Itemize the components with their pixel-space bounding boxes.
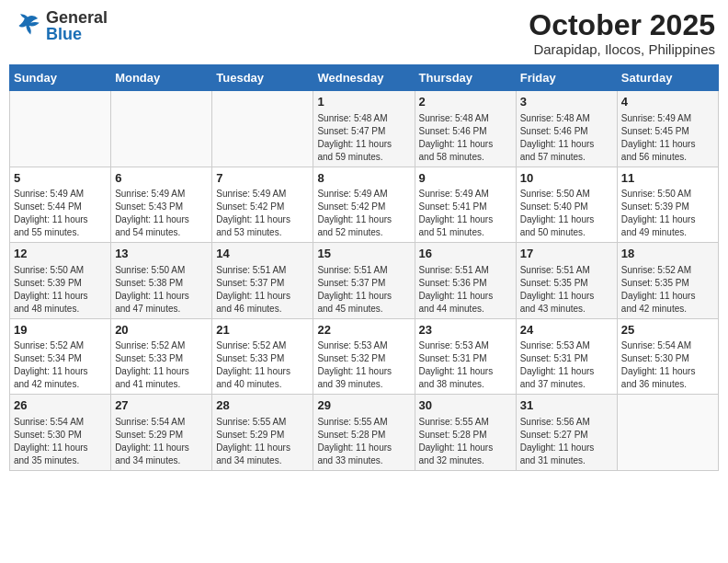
day-info: Sunrise: 5:49 AM Sunset: 5:42 PM Dayligh… <box>216 188 309 239</box>
day-number: 2 <box>419 94 512 110</box>
calendar-cell: 17Sunrise: 5:51 AM Sunset: 5:35 PM Dayli… <box>516 243 617 319</box>
day-info: Sunrise: 5:52 AM Sunset: 5:34 PM Dayligh… <box>14 339 107 391</box>
calendar-table: SundayMondayTuesdayWednesdayThursdayFrid… <box>9 64 719 471</box>
calendar-cell <box>212 91 313 167</box>
calendar-cell: 14Sunrise: 5:51 AM Sunset: 5:37 PM Dayli… <box>212 243 313 319</box>
calendar-cell: 16Sunrise: 5:51 AM Sunset: 5:36 PM Dayli… <box>415 243 516 319</box>
calendar-cell: 8Sunrise: 5:49 AM Sunset: 5:42 PM Daylig… <box>313 167 415 243</box>
day-of-week-header: Wednesday <box>313 65 415 91</box>
day-info: Sunrise: 5:53 AM Sunset: 5:31 PM Dayligh… <box>419 339 512 391</box>
calendar-cell <box>617 395 718 471</box>
day-number: 25 <box>621 322 714 339</box>
logo-bird-icon <box>13 11 42 40</box>
day-number: 11 <box>621 170 714 187</box>
day-of-week-header: Friday <box>516 65 617 91</box>
days-of-week-row: SundayMondayTuesdayWednesdayThursdayFrid… <box>10 65 719 91</box>
day-number: 10 <box>520 170 613 187</box>
page-header: General Blue October 2025 Darapidap, Ilo… <box>9 9 719 57</box>
day-info: Sunrise: 5:52 AM Sunset: 5:35 PM Dayligh… <box>621 264 714 316</box>
calendar-cell: 26Sunrise: 5:54 AM Sunset: 5:30 PM Dayli… <box>10 395 111 471</box>
calendar-body: 1Sunrise: 5:48 AM Sunset: 5:47 PM Daylig… <box>10 91 719 471</box>
day-info: Sunrise: 5:48 AM Sunset: 5:47 PM Dayligh… <box>317 112 410 164</box>
day-info: Sunrise: 5:50 AM Sunset: 5:40 PM Dayligh… <box>520 188 613 239</box>
day-info: Sunrise: 5:51 AM Sunset: 5:37 PM Dayligh… <box>317 264 410 316</box>
calendar-cell: 25Sunrise: 5:54 AM Sunset: 5:30 PM Dayli… <box>617 318 718 395</box>
calendar-cell: 7Sunrise: 5:49 AM Sunset: 5:42 PM Daylig… <box>212 167 313 243</box>
day-number: 26 <box>14 397 107 414</box>
calendar-week-row: 1Sunrise: 5:48 AM Sunset: 5:47 PM Daylig… <box>10 91 719 167</box>
calendar-week-row: 5Sunrise: 5:49 AM Sunset: 5:44 PM Daylig… <box>10 167 719 243</box>
calendar-cell: 28Sunrise: 5:55 AM Sunset: 5:29 PM Dayli… <box>212 395 313 471</box>
calendar-week-row: 12Sunrise: 5:50 AM Sunset: 5:39 PM Dayli… <box>10 243 719 319</box>
calendar-cell: 21Sunrise: 5:52 AM Sunset: 5:33 PM Dayli… <box>212 318 313 395</box>
day-number: 27 <box>115 397 208 414</box>
day-number: 13 <box>115 246 208 262</box>
month-title: October 2025 <box>529 9 715 41</box>
logo-blue-text: Blue <box>46 26 108 42</box>
calendar-cell: 23Sunrise: 5:53 AM Sunset: 5:31 PM Dayli… <box>415 318 516 395</box>
day-number: 20 <box>115 322 208 339</box>
calendar-cell: 24Sunrise: 5:53 AM Sunset: 5:31 PM Dayli… <box>516 318 617 395</box>
calendar-cell: 11Sunrise: 5:50 AM Sunset: 5:39 PM Dayli… <box>617 167 718 243</box>
day-number: 16 <box>419 246 512 262</box>
day-number: 1 <box>317 94 410 110</box>
calendar-cell: 2Sunrise: 5:48 AM Sunset: 5:46 PM Daylig… <box>415 91 516 167</box>
day-info: Sunrise: 5:49 AM Sunset: 5:44 PM Dayligh… <box>14 188 107 239</box>
day-number: 28 <box>216 397 309 414</box>
logo-text: General Blue <box>46 9 108 42</box>
day-info: Sunrise: 5:55 AM Sunset: 5:28 PM Dayligh… <box>317 416 410 467</box>
day-info: Sunrise: 5:48 AM Sunset: 5:46 PM Dayligh… <box>419 112 512 164</box>
calendar-week-row: 19Sunrise: 5:52 AM Sunset: 5:34 PM Dayli… <box>10 318 719 395</box>
day-number: 12 <box>14 246 107 262</box>
day-number: 3 <box>520 94 613 110</box>
calendar-cell: 1Sunrise: 5:48 AM Sunset: 5:47 PM Daylig… <box>313 91 415 167</box>
day-info: Sunrise: 5:49 AM Sunset: 5:45 PM Dayligh… <box>621 112 714 164</box>
day-of-week-header: Sunday <box>10 65 111 91</box>
logo: General Blue <box>13 9 108 42</box>
day-info: Sunrise: 5:52 AM Sunset: 5:33 PM Dayligh… <box>115 339 208 391</box>
title-section: October 2025 Darapidap, Ilocos, Philippi… <box>529 9 715 57</box>
day-number: 17 <box>520 246 613 262</box>
day-number: 31 <box>520 397 613 414</box>
day-info: Sunrise: 5:51 AM Sunset: 5:36 PM Dayligh… <box>419 264 512 316</box>
day-number: 30 <box>419 397 512 414</box>
calendar-cell: 27Sunrise: 5:54 AM Sunset: 5:29 PM Dayli… <box>111 395 212 471</box>
logo-general-text: General <box>46 9 108 26</box>
calendar-cell: 18Sunrise: 5:52 AM Sunset: 5:35 PM Dayli… <box>617 243 718 319</box>
calendar-cell: 15Sunrise: 5:51 AM Sunset: 5:37 PM Dayli… <box>313 243 415 319</box>
calendar-cell: 31Sunrise: 5:56 AM Sunset: 5:27 PM Dayli… <box>516 395 617 471</box>
calendar-cell: 12Sunrise: 5:50 AM Sunset: 5:39 PM Dayli… <box>10 243 111 319</box>
day-number: 24 <box>520 322 613 339</box>
day-info: Sunrise: 5:50 AM Sunset: 5:39 PM Dayligh… <box>14 264 107 316</box>
day-info: Sunrise: 5:48 AM Sunset: 5:46 PM Dayligh… <box>520 112 613 164</box>
day-info: Sunrise: 5:52 AM Sunset: 5:33 PM Dayligh… <box>216 339 309 391</box>
day-info: Sunrise: 5:54 AM Sunset: 5:30 PM Dayligh… <box>14 416 107 467</box>
day-info: Sunrise: 5:49 AM Sunset: 5:43 PM Dayligh… <box>115 188 208 239</box>
day-info: Sunrise: 5:53 AM Sunset: 5:32 PM Dayligh… <box>317 339 410 391</box>
day-of-week-header: Saturday <box>617 65 718 91</box>
day-number: 23 <box>419 322 512 339</box>
day-info: Sunrise: 5:53 AM Sunset: 5:31 PM Dayligh… <box>520 339 613 391</box>
calendar-cell: 5Sunrise: 5:49 AM Sunset: 5:44 PM Daylig… <box>10 167 111 243</box>
day-number: 22 <box>317 322 410 339</box>
day-number: 6 <box>115 170 208 187</box>
day-number: 8 <box>317 170 410 187</box>
calendar-cell: 20Sunrise: 5:52 AM Sunset: 5:33 PM Dayli… <box>111 318 212 395</box>
day-info: Sunrise: 5:54 AM Sunset: 5:29 PM Dayligh… <box>115 416 208 467</box>
calendar-cell: 22Sunrise: 5:53 AM Sunset: 5:32 PM Dayli… <box>313 318 415 395</box>
day-number: 21 <box>216 322 309 339</box>
calendar-cell <box>111 91 212 167</box>
location-text: Darapidap, Ilocos, Philippines <box>529 41 715 57</box>
day-info: Sunrise: 5:56 AM Sunset: 5:27 PM Dayligh… <box>520 416 613 467</box>
day-number: 9 <box>419 170 512 187</box>
calendar-cell: 4Sunrise: 5:49 AM Sunset: 5:45 PM Daylig… <box>617 91 718 167</box>
calendar-cell <box>10 91 111 167</box>
calendar-header: SundayMondayTuesdayWednesdayThursdayFrid… <box>10 65 719 91</box>
day-info: Sunrise: 5:51 AM Sunset: 5:37 PM Dayligh… <box>216 264 309 316</box>
day-of-week-header: Monday <box>111 65 212 91</box>
calendar-cell: 3Sunrise: 5:48 AM Sunset: 5:46 PM Daylig… <box>516 91 617 167</box>
day-number: 18 <box>621 246 714 262</box>
day-info: Sunrise: 5:55 AM Sunset: 5:28 PM Dayligh… <box>419 416 512 467</box>
day-info: Sunrise: 5:49 AM Sunset: 5:42 PM Dayligh… <box>317 188 410 239</box>
calendar-cell: 29Sunrise: 5:55 AM Sunset: 5:28 PM Dayli… <box>313 395 415 471</box>
